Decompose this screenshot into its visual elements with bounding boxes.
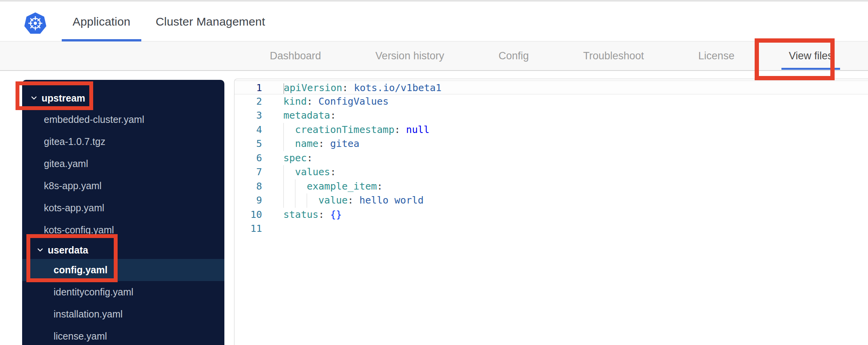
code-line-4[interactable]: 4creationTimestamp: null [234,123,868,137]
tab-dashboard[interactable]: Dashboard [270,41,321,70]
code-line-2[interactable]: 2kind: ConfigValues [234,95,868,109]
chevron-down-icon [37,248,43,252]
tree-item-label: userdata [48,245,88,256]
tree-folder-upstream[interactable]: upstream [22,88,224,109]
token-str: hello world [359,195,424,206]
navbar-tabs: ApplicationCluster Management [62,2,276,41]
code-line-1[interactable]: 1apiVersion: kots.io/v1beta1 [234,80,868,95]
code-line-8[interactable]: 8example_item: [234,179,868,194]
token-pun: : [377,181,383,192]
nav-tab-label: Application [73,15,130,28]
token-pun: : [307,152,312,164]
token-str: gitea [330,138,359,149]
chevron-down-icon [37,248,43,252]
code-line-content: name: gitea [283,137,359,151]
token-kw: null [406,124,429,135]
line-number: 4 [234,123,262,137]
line-number: 2 [234,95,262,109]
indent-guide [283,137,295,151]
tree-file-k8s-app-yaml[interactable]: k8s-app.yaml [22,175,224,197]
app-subnav: DashboardVersion historyConfigTroublesho… [0,41,868,71]
token-pun: : [330,166,336,178]
tab-config[interactable]: Config [498,41,529,70]
token-pun: : [318,209,330,220]
token-str: kots.io/v1beta1 [354,82,442,93]
tree-file-identityconfig-yaml[interactable]: identityconfig.yaml [22,281,224,303]
yaml-editor-panel[interactable]: 1apiVersion: kots.io/v1beta12kind: Confi… [234,79,868,345]
nav-tab-application[interactable]: Application [62,2,141,41]
tree-file-gitea-1-0-7-tgz[interactable]: gitea-1.0.7.tgz [22,131,224,153]
code-line-10[interactable]: 10status: {} [234,208,868,222]
token-pun: : [342,82,354,93]
code-line-content: metadata: [283,109,336,123]
line-number: 9 [234,193,262,208]
tree-file-config-yaml[interactable]: config.yaml [22,259,224,281]
line-number: 8 [234,179,262,194]
tree-file-license-yaml[interactable]: license.yaml [22,325,224,345]
tree-item-label: gitea-1.0.7.tgz [44,136,105,147]
token-pun: : [307,96,318,107]
nav-tab-label: Cluster Management [156,15,265,28]
line-number: 3 [234,109,262,123]
tree-item-label: kots-config.yaml [44,224,114,236]
tree-file-kots-app-yaml[interactable]: kots-app.yaml [22,197,224,219]
subnav-tab-label: Dashboard [270,50,321,62]
code-line-5[interactable]: 5name: gitea [234,137,868,151]
token-key: creationTimestamp [295,124,394,135]
line-number: 10 [234,208,262,222]
chevron-down-icon [31,96,37,100]
line-number: 11 [234,222,262,236]
token-pun: : [348,195,359,206]
token-key: values [295,166,330,178]
tree-folder-userdata[interactable]: userdata [22,241,224,259]
tree-item-label: identityconfig.yaml [54,286,134,298]
code-line-content: apiVersion: kots.io/v1beta1 [283,81,441,94]
file-tree-sidebar: upstreamembedded-cluster.yamlgitea-1.0.7… [22,80,224,345]
tree-item-label: config.yaml [54,264,108,276]
token-key: spec [283,152,307,164]
indent-guide [283,193,295,208]
tree-file-embedded-cluster-yaml[interactable]: embedded-cluster.yaml [22,109,224,131]
tab-version-history[interactable]: Version history [375,41,444,70]
code-line-6[interactable]: 6spec: [234,151,868,166]
code-line-11[interactable]: 11 [234,222,868,236]
indent-guide [283,123,295,137]
subnav-tabs: DashboardVersion historyConfigTroublesho… [0,41,868,70]
tree-item-label: embedded-cluster.yaml [44,114,144,125]
token-key: status [283,209,318,220]
line-number: 6 [234,151,262,166]
token-key: apiVersion [284,82,342,93]
tab-troubleshoot[interactable]: Troubleshoot [583,41,644,70]
kubernetes-logo-icon [24,12,47,35]
tab-view-files[interactable]: View files [789,41,833,70]
code-line-content: creationTimestamp: null [283,123,429,137]
tree-file-kots-config-yaml[interactable]: kots-config.yaml [22,219,224,241]
line-number: 5 [234,137,262,151]
nav-tab-cluster-management[interactable]: Cluster Management [145,2,276,41]
tree-file-gitea-yaml[interactable]: gitea.yaml [22,153,224,175]
subnav-tab-label: Config [498,50,529,62]
indent-guide [283,165,295,179]
tree-item-label: k8s-app.yaml [44,180,102,191]
kubernetes-logo[interactable] [24,12,47,35]
tab-license[interactable]: License [698,41,734,70]
subnav-tab-label: Troubleshoot [583,50,644,62]
line-number: 7 [234,165,262,179]
token-key: metadata [283,110,330,121]
token-pun: : [330,110,336,121]
code-line-content: spec: [283,151,312,166]
token-key: example_item [307,181,377,192]
code-line-9[interactable]: 9value: hello world [234,193,868,208]
indent-guide [295,193,307,208]
subnav-tab-label: License [698,50,734,62]
tree-item-label: kots-app.yaml [44,202,104,214]
code-line-3[interactable]: 3metadata: [234,109,868,123]
tree-item-label: gitea.yaml [44,158,88,169]
tree-item-label: license.yaml [54,331,107,342]
code-line-7[interactable]: 7values: [234,165,868,179]
tree-file-installation-yaml[interactable]: installation.yaml [22,303,224,325]
token-pun: : [394,124,406,135]
indent-guide [283,179,295,194]
top-navbar: ApplicationCluster Management [0,2,868,41]
subnav-tab-label: Version history [375,50,444,62]
